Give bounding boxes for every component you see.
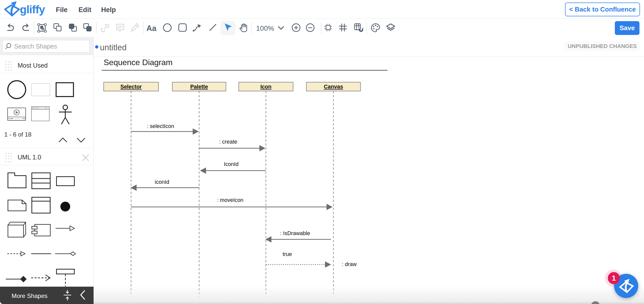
svg-text:iconId: iconId — [155, 179, 169, 185]
svg-text:: selectIcon: : selectIcon — [147, 123, 174, 129]
svg-text:Icon: Icon — [260, 84, 271, 90]
svg-text:: create: : create — [219, 139, 237, 145]
svg-text:: draw: : draw — [342, 261, 357, 267]
svg-text:: IsDrawable: : IsDrawable — [280, 230, 310, 236]
svg-text:true: true — [283, 251, 292, 257]
svg-text:Selector: Selector — [120, 84, 142, 90]
svg-text:: moveIcon: : moveIcon — [217, 197, 243, 203]
svg-text:Canvas: Canvas — [324, 84, 343, 90]
svg-text:IconId: IconId — [224, 161, 239, 167]
svg-text:Sequence Diagram: Sequence Diagram — [104, 58, 173, 67]
svg-text:Palette: Palette — [190, 84, 208, 90]
